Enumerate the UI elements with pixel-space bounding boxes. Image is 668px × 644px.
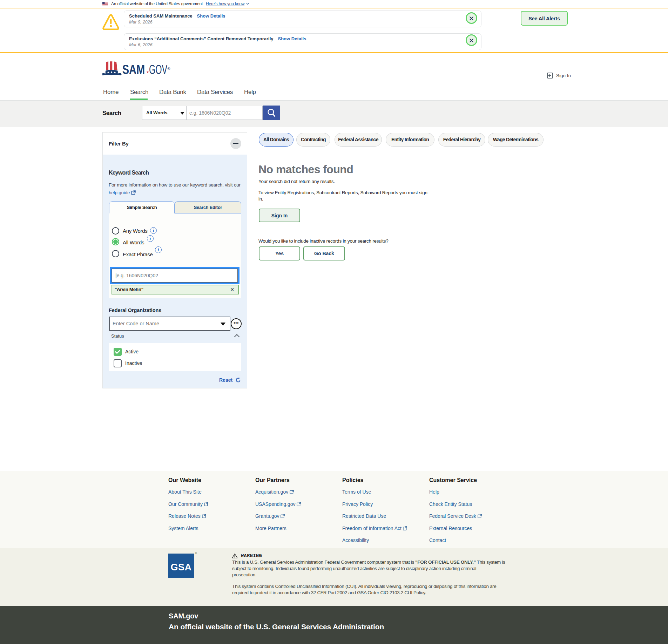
svg-text:SAM: SAM — [122, 62, 145, 77]
svg-text:GOV: GOV — [149, 62, 167, 77]
svg-text:®: ® — [168, 67, 170, 71]
